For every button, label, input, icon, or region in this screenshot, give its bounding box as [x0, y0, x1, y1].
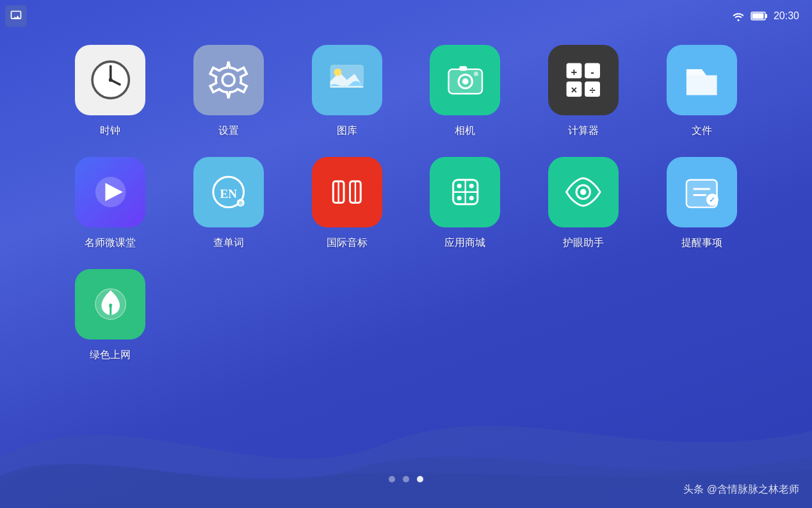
svg-text:e: e [108, 301, 112, 309]
app-icon-eyecare [548, 157, 619, 227]
app-icon-green: e [75, 269, 145, 340]
page-dot-1[interactable] [389, 476, 395, 482]
app-item-camera[interactable]: 相机 [406, 45, 524, 138]
status-right: 20:30 [731, 10, 799, 22]
app-item-settings[interactable]: 设置 [170, 45, 288, 138]
app-label-camera: 相机 [455, 124, 475, 138]
app-label-reminder: 提醒事项 [681, 236, 722, 250]
svg-point-38 [469, 184, 473, 188]
app-label-appstore: 应用商城 [444, 236, 485, 250]
app-item-eyecare[interactable]: 护眼助手 [524, 157, 643, 250]
svg-point-15 [473, 72, 478, 76]
svg-rect-3 [765, 14, 767, 18]
page-dot-3[interactable] [417, 476, 423, 482]
status-bar: 20:30 [0, 0, 812, 32]
app-grid: 时钟 设置 图库 相机 + - × ÷ 计算器 [51, 45, 761, 362]
app-label-clock: 时钟 [100, 124, 120, 138]
svg-text:-: - [591, 66, 595, 78]
svg-rect-14 [459, 67, 467, 71]
page-dots [389, 476, 423, 482]
app-icon-settings [193, 45, 264, 115]
app-icon-clock [75, 45, 145, 115]
svg-text:®: ® [239, 201, 243, 207]
svg-point-40 [469, 196, 473, 201]
app-icon-appstore [430, 157, 500, 227]
app-item-reminder[interactable]: ✓ 提醒事项 [642, 157, 761, 250]
app-icon-dictionary: EN ® [193, 157, 264, 227]
svg-point-39 [457, 196, 461, 201]
app-label-eyecare: 护眼助手 [563, 236, 604, 250]
app-icon-calculator: + - × ÷ [548, 45, 619, 115]
app-icon-reminder: ✓ [667, 157, 737, 227]
app-item-dictionary[interactable]: EN ® 查单词 [170, 157, 288, 250]
app-label-gallery: 图库 [337, 124, 357, 138]
app-icon-gallery [312, 45, 382, 115]
svg-text:✓: ✓ [709, 195, 715, 204]
svg-point-37 [457, 184, 461, 188]
app-label-phonetic: 国际音标 [327, 236, 368, 250]
wifi-icon [731, 11, 745, 21]
app-icon-files [667, 45, 737, 115]
app-item-mingshi[interactable]: 名师微课堂 [51, 157, 170, 250]
svg-point-13 [462, 79, 469, 85]
svg-text:+: + [571, 66, 578, 78]
time-display: 20:30 [774, 10, 799, 22]
svg-point-7 [108, 78, 112, 82]
app-label-calculator: 计算器 [568, 124, 599, 138]
app-icon-phonetic [312, 157, 382, 227]
battery-icon [751, 11, 768, 21]
app-item-calculator[interactable]: + - × ÷ 计算器 [524, 45, 643, 138]
app-label-green: 绿色上网 [90, 348, 131, 362]
app-item-phonetic[interactable]: 国际音标 [288, 157, 406, 250]
app-label-dictionary: 查单词 [213, 236, 244, 250]
app-item-appstore[interactable]: 应用商城 [406, 157, 524, 250]
app-item-gallery[interactable]: 图库 [288, 45, 406, 138]
app-icon-camera [430, 45, 500, 115]
app-item-clock[interactable]: 时钟 [51, 45, 170, 138]
svg-text:÷: ÷ [590, 84, 596, 96]
svg-text:EN: EN [220, 188, 238, 201]
svg-point-8 [222, 74, 234, 86]
app-label-settings: 设置 [218, 124, 239, 138]
app-item-files[interactable]: 文件 [642, 45, 761, 138]
page-dot-2[interactable] [403, 476, 409, 482]
app-label-files: 文件 [692, 124, 712, 138]
app-item-green[interactable]: e 绿色上网 [51, 269, 170, 362]
watermark: 头条 @含情脉脉之林老师 [683, 483, 799, 496]
svg-rect-2 [752, 13, 763, 19]
svg-point-10 [334, 69, 341, 76]
svg-point-42 [580, 189, 587, 195]
svg-text:×: × [571, 84, 578, 96]
app-label-mingshi: 名师微课堂 [85, 236, 136, 250]
app-icon-mingshi [75, 157, 145, 227]
